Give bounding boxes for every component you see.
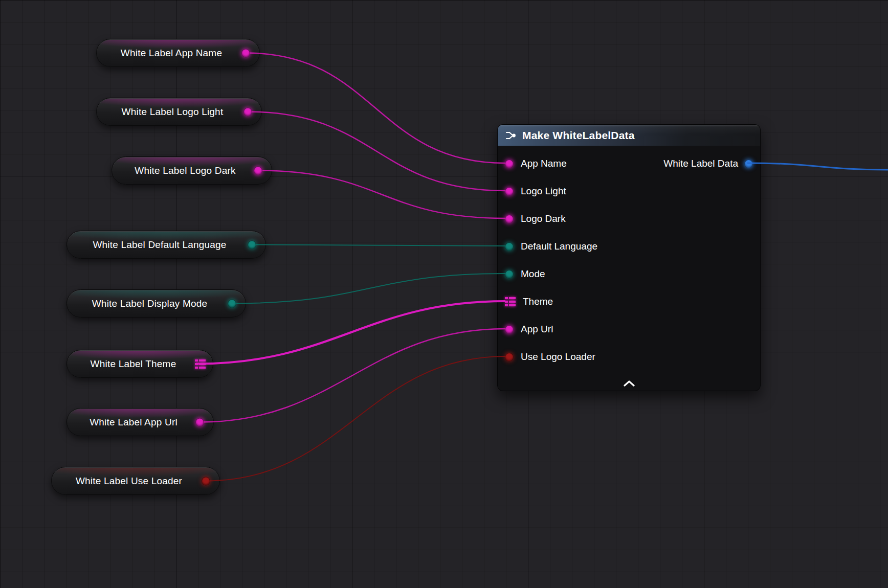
input-pin-theme[interactable] [505,297,516,306]
input-pin-row-mode: Mode [498,260,760,288]
variable-node-label: White Label Logo Light [122,106,224,118]
variable-node-label: White Label Default Language [93,239,226,251]
input-pin-app-name[interactable] [505,160,514,168]
variable-node-white-label-use-loader[interactable]: White Label Use Loader [51,467,220,495]
node-title: Make WhiteLabelData [522,129,635,142]
variable-node-white-label-logo-light[interactable]: White Label Logo Light [96,98,262,126]
blueprint-graph-canvas[interactable]: White Label App NameWhite Label Logo Lig… [0,0,888,588]
variable-node-label: White Label Display Mode [92,298,208,309]
input-pin-row-logo-light: Logo Light [498,177,760,205]
input-pin-label: Default Language [521,241,597,252]
input-pin-label: Mode [521,268,545,280]
variable-node-label: White Label Logo Dark [135,165,235,176]
input-pin-logo-dark[interactable] [505,215,514,223]
input-pins-list: App NameLogo LightLogo DarkDefault Langu… [498,146,760,371]
node-header[interactable]: Make WhiteLabelData [498,125,760,146]
input-pin-logo-light[interactable] [505,187,514,196]
output-pin-label: White Label Data [663,158,738,169]
input-pin-label: App Name [521,158,567,169]
variable-node-white-label-app-url[interactable]: White Label App Url [66,408,214,436]
variable-node-white-label-default-language[interactable]: White Label Default Language [66,231,266,259]
output-pin-struct[interactable] [195,359,206,369]
variable-node-label: White Label Use Loader [76,476,182,487]
output-pin-enum[interactable] [248,240,256,249]
output-pin-string[interactable] [241,49,250,57]
input-pin-default-language[interactable] [505,242,514,251]
input-pin-label: Logo Dark [521,213,566,224]
output-pin-enum[interactable] [228,299,236,308]
variable-node-white-label-app-name[interactable]: White Label App Name [96,39,260,67]
input-pin-label: Theme [523,296,553,307]
input-pin-use-logo-loader[interactable] [505,353,514,361]
nodes-layer: White Label App NameWhite Label Logo Lig… [0,0,888,588]
output-pin-string[interactable] [254,166,262,175]
collapse-node-button[interactable] [618,378,640,389]
variable-node-white-label-logo-dark[interactable]: White Label Logo Dark [112,156,272,185]
input-pin-label: Logo Light [521,186,566,197]
output-pin-string[interactable] [195,418,204,426]
output-pin-row: White Label Data [663,150,753,177]
variable-node-label: White Label App Name [121,48,222,59]
input-pin-mode[interactable] [505,270,514,279]
variable-node-white-label-theme[interactable]: White Label Theme [66,350,213,378]
input-pin-row-default-language: Default Language [498,233,760,260]
input-pin-row-logo-dark: Logo Dark [498,205,760,233]
output-pin-string[interactable] [243,107,252,116]
input-pin-row-app-url: App Url [498,315,760,343]
input-pin-row-use-logo-loader: Use Logo Loader [498,343,760,371]
variable-node-label: White Label Theme [91,358,176,370]
variable-node-label: White Label App Url [90,417,177,428]
input-pin-row-theme: Theme [498,288,760,315]
make-struct-icon [505,130,517,141]
input-pin-label: App Url [521,324,553,335]
input-pin-app-url[interactable] [505,325,514,334]
variable-node-white-label-display-mode[interactable]: White Label Display Mode [66,289,246,318]
output-pin-bool[interactable] [202,477,210,485]
node-make-whitelabeldata[interactable]: Make WhiteLabelDataApp NameLogo LightLog… [497,124,761,391]
input-pin-label: Use Logo Loader [521,351,595,363]
